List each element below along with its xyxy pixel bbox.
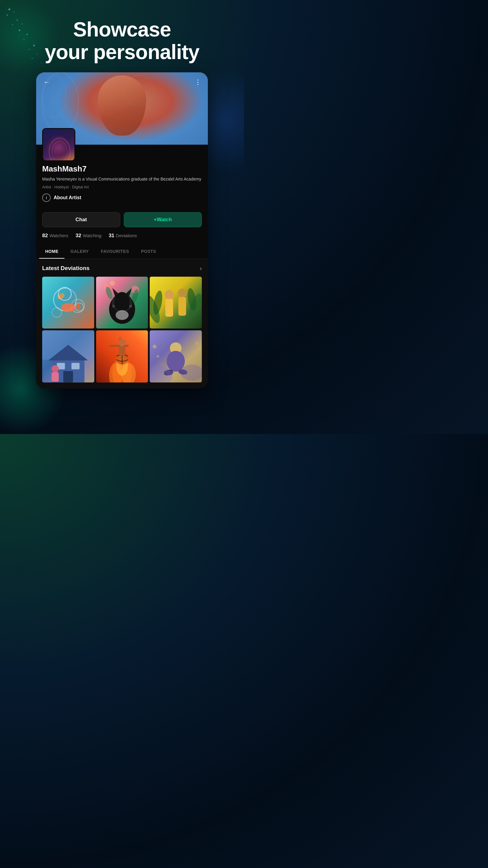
section-arrow-icon[interactable]: › (200, 265, 202, 272)
tab-home[interactable]: HOME (39, 245, 64, 258)
svg-point-74 (195, 342, 198, 345)
deviation-item-5[interactable] (96, 330, 148, 382)
svg-point-40 (165, 290, 174, 299)
svg-rect-53 (52, 372, 59, 381)
watchers-label: Watchers (50, 233, 68, 238)
svg-marker-12 (75, 303, 79, 310)
svg-point-34 (116, 310, 128, 320)
svg-point-52 (52, 365, 59, 373)
about-label: About Artist (54, 195, 82, 200)
tab-favourites[interactable]: FAVOURITES (95, 245, 135, 258)
info-icon: i (42, 193, 51, 202)
svg-point-42 (178, 289, 187, 297)
svg-rect-43 (178, 297, 186, 316)
deviation-item-6[interactable] (150, 330, 202, 382)
avatar-art (43, 129, 74, 160)
deviation-art-2 (96, 277, 148, 329)
tab-galery[interactable]: GALERY (64, 245, 95, 258)
svg-point-22 (111, 293, 132, 312)
svg-point-26 (123, 300, 128, 304)
svg-rect-41 (165, 299, 173, 316)
profile-info: MashMash7 Masha Yeremeyev is a Visual Co… (36, 164, 208, 212)
svg-point-73 (153, 345, 157, 349)
deviation-item-3[interactable] (150, 277, 202, 329)
deviation-art-1 (42, 277, 94, 329)
more-button[interactable]: ⋮ (195, 79, 202, 86)
about-row[interactable]: i About Artist (42, 193, 202, 202)
avatar (42, 128, 75, 161)
avatar-area (36, 128, 208, 161)
svg-point-27 (117, 300, 119, 304)
svg-point-5 (52, 141, 67, 160)
svg-point-69 (167, 351, 185, 372)
svg-rect-50 (71, 363, 79, 370)
watching-label: Watching (83, 233, 101, 238)
deviation-art-5 (96, 330, 148, 382)
username: MashMash7 (42, 164, 202, 174)
phone-card-wrapper: ← ⋮ MashMash7 Masha Yeremeyev is a Visua… (0, 72, 244, 389)
hero-section: Showcase your personality (0, 0, 244, 72)
svg-point-71 (164, 370, 173, 375)
tab-posts[interactable]: POSTS (135, 245, 162, 258)
phone-card: ← ⋮ MashMash7 Masha Yeremeyev is a Visua… (36, 72, 208, 389)
deviation-item-1[interactable] (42, 277, 94, 329)
watch-button[interactable]: +Watch (124, 212, 202, 227)
deviation-item-2[interactable] (96, 277, 148, 329)
deviations-count: 31 (109, 233, 115, 239)
tabs-row: HOME GALERY FAVOURITES POSTS (36, 245, 208, 259)
watching-stat: 32 Watching (76, 233, 101, 239)
section-title: Latest Deviations (42, 265, 90, 272)
svg-point-6 (55, 145, 64, 158)
svg-rect-64 (119, 346, 125, 355)
svg-rect-60 (109, 345, 129, 347)
deviations-label: Deviations (116, 233, 137, 238)
hero-title-line1: Showcase (6, 18, 238, 41)
latest-deviations-header: Latest Deviations › (42, 265, 202, 272)
deviations-grid (42, 277, 202, 382)
deviation-art-4 (42, 330, 94, 382)
svg-point-14 (65, 285, 78, 304)
watching-count: 32 (76, 233, 82, 239)
chat-button[interactable]: Chat (42, 212, 120, 227)
svg-point-28 (125, 300, 127, 304)
svg-point-25 (116, 300, 121, 304)
deviations-stat: 31 Deviations (109, 233, 137, 239)
svg-marker-29 (121, 305, 124, 307)
svg-point-17 (110, 281, 115, 286)
tags: Artist · Hobbyst · Digital Art (42, 185, 202, 189)
action-buttons: Chat +Watch (36, 212, 208, 233)
svg-rect-51 (63, 371, 73, 382)
content-area: Latest Deviations › (36, 259, 208, 389)
svg-point-11 (61, 303, 75, 312)
svg-point-75 (157, 355, 159, 358)
bio: Masha Yeremeyev is a Visual Communicatio… (42, 176, 202, 182)
deviation-item-4[interactable] (42, 330, 94, 382)
back-button[interactable]: ← (42, 77, 51, 87)
watchers-stat: 82 Watchers (42, 233, 68, 239)
watchers-count: 82 (42, 233, 48, 239)
hero-title-line2: your personality (6, 41, 238, 63)
svg-point-63 (119, 339, 126, 346)
cover-nav: ← ⋮ (36, 72, 208, 92)
deviation-art-6 (150, 330, 202, 382)
deviation-art-3 (150, 277, 202, 329)
stats-row: 82 Watchers 32 Watching 31 Deviations (36, 233, 208, 245)
